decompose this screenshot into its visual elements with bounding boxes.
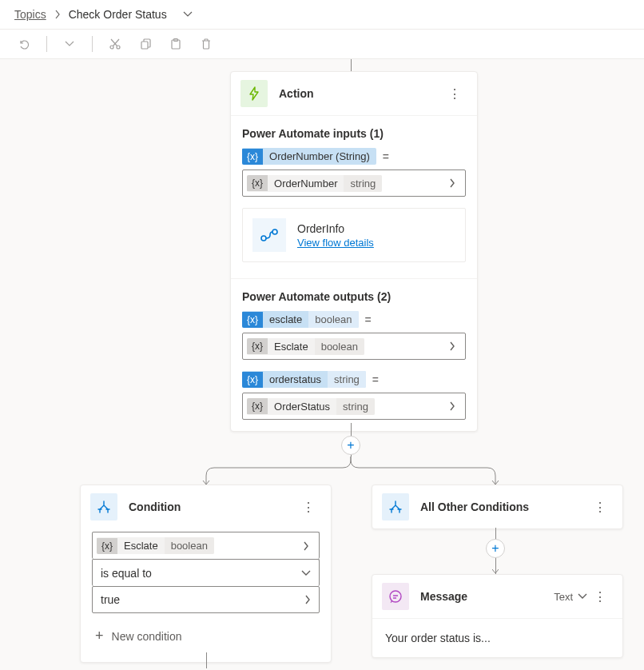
equals-sign: = [383, 150, 389, 163]
condition-menu[interactable]: ⋮ [296, 497, 321, 518]
svg-point-1 [117, 46, 120, 49]
breadcrumb-current: Check Order Status [69, 8, 167, 21]
input-variable-field[interactable]: {x} OrderNumber string [242, 169, 466, 197]
output-variable-label: {x} esclate boolean = [242, 311, 466, 328]
variable-icon: {x} [247, 338, 268, 354]
connector-line [206, 457, 495, 485]
breadcrumb-dropdown[interactable] [183, 11, 193, 18]
chevron-right-icon[interactable] [441, 178, 463, 188]
redo-dropdown[interactable] [62, 36, 78, 52]
action-menu[interactable]: ⋮ [442, 83, 467, 105]
variable-type: string [336, 398, 375, 415]
breadcrumb: Topics Check Order Status [0, 0, 644, 30]
add-node-button[interactable]: + [486, 539, 505, 558]
add-node-button[interactable]: + [341, 436, 360, 455]
equals-sign: = [365, 313, 372, 326]
variable-name: Esclate [268, 338, 315, 355]
canvas[interactable]: Action ⋮ Power Automate inputs (1) {x} O… [0, 59, 644, 667]
delete-button[interactable] [198, 36, 214, 52]
variable-icon: {x} [242, 372, 263, 388]
condition-variable-field[interactable]: {x} Esclate boolean [92, 532, 320, 559]
svg-point-6 [272, 229, 277, 234]
new-condition-button[interactable]: + New condition [92, 621, 320, 651]
new-condition-label: New condition [112, 630, 182, 643]
variable-name: OrderStatus [268, 398, 336, 415]
other-conditions-menu[interactable]: ⋮ [587, 497, 613, 518]
chevron-right-icon[interactable] [441, 341, 463, 351]
chevron-right-icon[interactable] [441, 401, 463, 411]
plus-icon: + [95, 628, 104, 644]
svg-rect-2 [141, 42, 148, 49]
chevron-right-icon[interactable] [295, 541, 317, 551]
variable-name: Esclate [117, 537, 165, 554]
chevron-down-icon [578, 593, 587, 600]
inputs-section-label: Power Automate inputs (1) [242, 127, 466, 140]
undo-button[interactable] [16, 36, 32, 52]
toolbar [0, 30, 644, 59]
message-title: Message [420, 590, 554, 603]
variable-name: esclate [263, 311, 308, 328]
equals-sign: = [372, 373, 379, 386]
flow-details-link[interactable]: View flow details [297, 237, 374, 249]
variable-icon: {x} [242, 149, 263, 165]
variable-type: string [328, 371, 366, 388]
flow-info-box: OrderInfo View flow details [242, 208, 466, 262]
breadcrumb-separator [54, 10, 61, 19]
chevron-down-icon[interactable] [301, 570, 311, 576]
variable-type: boolean [165, 537, 214, 554]
condition-title: Condition [129, 501, 296, 513]
message-type-label: Text [554, 591, 573, 603]
outputs-section-label: Power Automate outputs (2) [242, 290, 466, 303]
other-conditions-card[interactable]: All Other Conditions ⋮ [372, 485, 623, 529]
message-menu[interactable]: ⋮ [587, 586, 613, 608]
variable-type: boolean [315, 338, 364, 355]
variable-icon: {x} [97, 538, 117, 554]
connector-line [351, 59, 352, 71]
action-icon [241, 80, 268, 107]
variable-icon: {x} [242, 312, 263, 328]
svg-point-5 [261, 236, 266, 241]
variable-icon: {x} [247, 398, 268, 414]
branch-icon [382, 493, 409, 520]
chevron-right-icon[interactable] [304, 595, 311, 604]
branch-icon [90, 493, 117, 520]
input-variable-label: {x} OrderNumber (String) = [242, 148, 466, 165]
output-variable-label: {x} orderstatus string = [242, 371, 466, 388]
variable-name: OrderNumber [268, 175, 344, 192]
message-card[interactable]: Message Text ⋮ Your order status is... [372, 574, 623, 658]
operator-value: is equal to [101, 567, 301, 580]
toolbar-separator [92, 36, 93, 52]
flow-name: OrderInfo [297, 222, 374, 235]
variable-name: OrderNumber (String) [263, 148, 376, 165]
output-variable-field[interactable]: {x} Esclate boolean [242, 333, 466, 360]
svg-point-0 [110, 46, 113, 49]
condition-operator-field[interactable]: is equal to [92, 559, 320, 586]
action-card[interactable]: Action ⋮ Power Automate inputs (1) {x} O… [230, 71, 478, 432]
svg-point-7 [390, 591, 401, 602]
action-title: Action [279, 87, 442, 100]
toolbar-separator [46, 36, 47, 52]
output-variable-field[interactable]: {x} OrderStatus string [242, 393, 466, 420]
message-body[interactable]: Your order status is... [372, 619, 622, 657]
copy-button[interactable] [137, 36, 153, 52]
flow-icon [252, 218, 286, 252]
variable-type: boolean [308, 311, 358, 328]
variable-type: string [344, 175, 382, 192]
breadcrumb-root-link[interactable]: Topics [14, 8, 46, 21]
variable-icon: {x} [247, 175, 268, 191]
condition-value: true [101, 593, 304, 606]
message-type-selector[interactable]: Text [554, 591, 587, 603]
condition-value-field[interactable]: true [92, 586, 320, 613]
other-conditions-title: All Other Conditions [420, 501, 587, 513]
variable-name: orderstatus [263, 371, 328, 388]
message-icon [382, 583, 409, 610]
paste-button[interactable] [168, 36, 184, 52]
condition-card[interactable]: Condition ⋮ {x} Esclate boolean is equal… [80, 485, 332, 663]
cut-button[interactable] [107, 36, 123, 52]
connector-line [206, 652, 207, 668]
